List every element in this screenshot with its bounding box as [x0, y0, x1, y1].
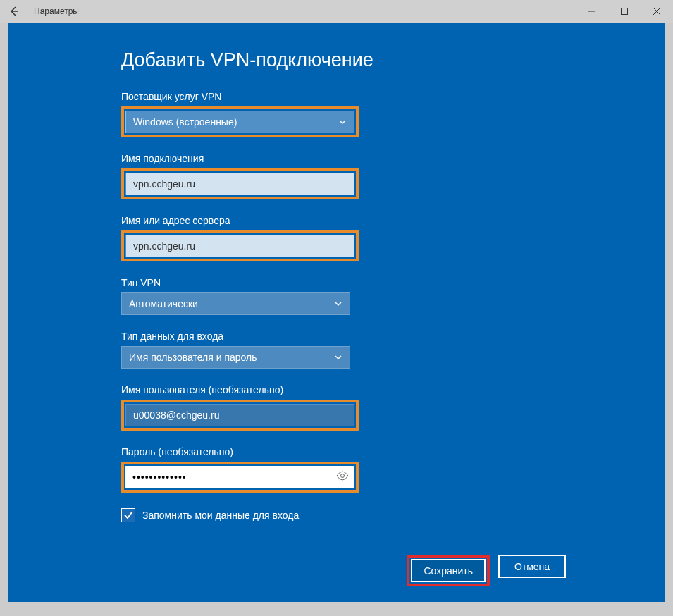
signin-type-value: Имя пользователя и пароль — [129, 352, 257, 363]
provider-label: Поставщик услуг VPN — [121, 91, 665, 102]
signin-type-label: Тип данных для входа — [121, 331, 665, 342]
svg-rect-1 — [622, 8, 628, 15]
password-field-group: Пароль (необязательно) — [121, 446, 665, 493]
password-input[interactable] — [125, 466, 354, 488]
maximize-button[interactable] — [608, 0, 641, 23]
signin-type-field-group: Тип данных для входа Имя пользователя и … — [121, 331, 665, 369]
arrow-left-icon — [8, 6, 20, 17]
close-button[interactable] — [641, 0, 673, 23]
eye-icon — [336, 471, 349, 481]
save-button[interactable]: Сохранить — [411, 559, 486, 582]
chevron-down-icon — [334, 353, 342, 362]
password-label: Пароль (необязательно) — [121, 446, 665, 457]
connection-name-input[interactable] — [125, 173, 354, 195]
vpn-type-field-group: Тип VPN Автоматически — [121, 277, 665, 315]
settings-window: Параметры Добавить VPN-подключение Поста… — [0, 0, 673, 616]
button-row: Сохранить Отмена — [407, 555, 566, 586]
provider-field-group: Поставщик услуг VPN Windows (встроенные) — [121, 91, 665, 137]
username-input[interactable] — [125, 404, 354, 426]
close-icon — [653, 8, 660, 15]
highlight-password — [121, 462, 359, 493]
highlight-provider: Windows (встроенные) — [121, 106, 359, 137]
highlight-connection-name — [121, 168, 359, 199]
reveal-password-button[interactable] — [336, 471, 349, 483]
page-title: Добавить VPN-подключение — [121, 49, 665, 71]
connection-name-label: Имя подключения — [121, 153, 665, 164]
signin-type-select[interactable]: Имя пользователя и пароль — [121, 346, 350, 369]
svg-point-4 — [341, 474, 345, 478]
chevron-down-icon — [338, 118, 347, 126]
username-field-group: Имя пользователя (необязательно) — [121, 384, 665, 431]
checkmark-icon — [123, 510, 133, 520]
connection-name-field-group: Имя подключения — [121, 153, 665, 199]
highlight-save: Сохранить — [407, 555, 490, 586]
vpn-type-select[interactable]: Автоматически — [121, 292, 350, 315]
back-button[interactable] — [6, 3, 23, 20]
chevron-down-icon — [334, 300, 342, 308]
minimize-icon — [588, 8, 595, 15]
remember-credentials-checkbox[interactable] — [121, 508, 135, 522]
minimize-button[interactable] — [576, 0, 608, 23]
titlebar-title: Параметры — [34, 6, 79, 16]
server-address-label: Имя или адрес сервера — [121, 215, 665, 226]
server-address-field-group: Имя или адрес сервера — [121, 215, 665, 261]
username-label: Имя пользователя (необязательно) — [121, 384, 665, 395]
vpn-type-label: Тип VPN — [121, 277, 665, 288]
vpn-type-value: Автоматически — [129, 298, 198, 309]
provider-select[interactable]: Windows (встроенные) — [125, 111, 354, 133]
maximize-icon — [621, 8, 628, 15]
titlebar: Параметры — [0, 0, 673, 23]
cancel-button[interactable]: Отмена — [498, 555, 566, 578]
remember-credentials-row: Запомнить мои данные для входа — [121, 508, 665, 522]
server-address-input[interactable] — [125, 235, 354, 257]
remember-credentials-label: Запомнить мои данные для входа — [142, 510, 299, 521]
vpn-add-panel: Добавить VPN-подключение Поставщик услуг… — [8, 23, 665, 602]
highlight-username — [121, 400, 359, 431]
provider-value: Windows (встроенные) — [133, 116, 237, 128]
highlight-server-address — [121, 230, 359, 261]
window-controls — [576, 0, 673, 23]
